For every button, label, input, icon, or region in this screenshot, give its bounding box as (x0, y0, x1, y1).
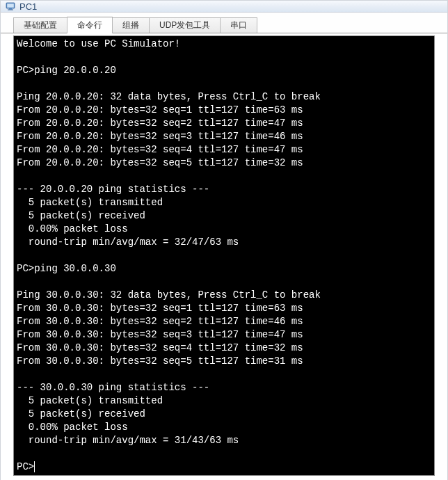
terminal-line: Welcome to use PC Simulator! (17, 38, 431, 51)
terminal-line (17, 447, 431, 461)
terminal-line: 0.00% packet loss (17, 421, 431, 434)
titlebar: PC1 (1, 1, 447, 13)
terminal-line: From 30.0.0.30: bytes=32 seq=4 ttl=127 t… (17, 342, 431, 355)
terminal-line: From 30.0.0.30: bytes=32 seq=2 ttl=127 t… (17, 315, 431, 328)
simulator-window: PC1 基础配置 命令行 组播 UDP发包工具 串口 Welcome to us… (0, 0, 448, 480)
terminal-line: round-trip min/avg/max = 31/43/63 ms (17, 434, 431, 447)
terminal-line: From 30.0.0.30: bytes=32 seq=3 ttl=127 t… (17, 328, 431, 342)
cursor-icon (34, 461, 35, 472)
terminal-line (17, 51, 431, 64)
terminal-line: 5 packet(s) transmitted (17, 196, 431, 209)
tab-cli[interactable]: 命令行 (67, 17, 113, 33)
terminal-line: From 20.0.0.20: bytes=32 seq=3 ttl=127 t… (17, 130, 431, 143)
terminal-line (17, 249, 431, 262)
terminal-line: round-trip min/avg/max = 32/47/63 ms (17, 236, 431, 249)
tab-basic-config[interactable]: 基础配置 (13, 17, 67, 33)
window-title: PC1 (19, 1, 37, 12)
tab-serial[interactable]: 串口 (220, 17, 257, 33)
terminal-prompt-line[interactable]: PC> (17, 461, 431, 474)
content-area: 基础配置 命令行 组播 UDP发包工具 串口 Welcome to use PC… (1, 13, 447, 480)
tab-udp-tool[interactable]: UDP发包工具 (149, 17, 221, 33)
terminal-line (17, 368, 431, 381)
terminal-line: Ping 20.0.0.20: 32 data bytes, Press Ctr… (17, 90, 431, 104)
terminal-line: From 20.0.0.20: bytes=32 seq=1 ttl=127 t… (17, 104, 431, 117)
svg-rect-3 (8, 10, 13, 10)
terminal-line: PC>ping 30.0.0.30 (17, 262, 431, 275)
terminal-line: From 20.0.0.20: bytes=32 seq=5 ttl=127 t… (17, 157, 431, 170)
terminal-line: 0.00% packet loss (17, 223, 431, 236)
terminal-line: From 30.0.0.30: bytes=32 seq=5 ttl=127 t… (17, 355, 431, 368)
terminal-line: Ping 30.0.0.30: 32 data bytes, Press Ctr… (17, 289, 431, 302)
terminal-line: --- 30.0.0.30 ping statistics --- (17, 381, 431, 394)
terminal-line: 5 packet(s) received (17, 209, 431, 223)
svg-rect-1 (7, 3, 14, 8)
terminal-line: PC>ping 20.0.0.20 (17, 64, 431, 77)
terminal-panel: Welcome to use PC Simulator! PC>ping 20.… (1, 33, 447, 480)
terminal-output[interactable]: Welcome to use PC Simulator! PC>ping 20.… (13, 35, 435, 476)
terminal-line (17, 170, 431, 183)
tab-bar: 基础配置 命令行 组播 UDP发包工具 串口 (1, 17, 447, 33)
tab-multicast[interactable]: 组播 (112, 17, 150, 33)
terminal-line: From 20.0.0.20: bytes=32 seq=2 ttl=127 t… (17, 117, 431, 130)
terminal-line: --- 20.0.0.20 ping statistics --- (17, 183, 431, 196)
terminal-line: From 20.0.0.20: bytes=32 seq=4 ttl=127 t… (17, 143, 431, 157)
terminal-line (17, 275, 431, 289)
terminal-prompt: PC> (17, 461, 34, 474)
terminal-line: 5 packet(s) received (17, 408, 431, 421)
svg-rect-2 (9, 8, 12, 10)
pc-icon (5, 1, 16, 12)
terminal-line: From 30.0.0.30: bytes=32 seq=1 ttl=127 t… (17, 302, 431, 315)
terminal-line (17, 77, 431, 90)
terminal-line: 5 packet(s) transmitted (17, 394, 431, 408)
